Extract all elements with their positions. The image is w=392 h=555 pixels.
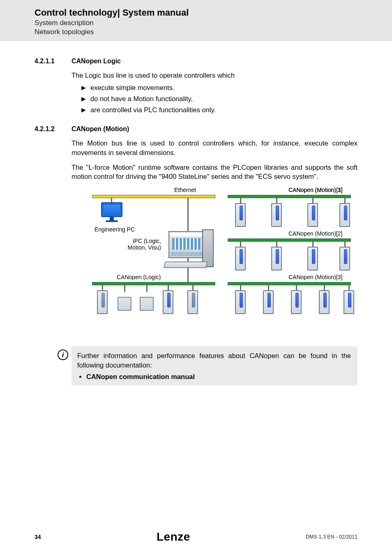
- section1-intro: The Logic bus line is used to operate co…: [71, 71, 357, 80]
- drive-icon: [339, 247, 350, 271]
- drive-icon: [339, 203, 350, 227]
- canopen-motion2-bus: [228, 238, 351, 242]
- doc-subtitle-1: System description: [35, 19, 392, 27]
- drive-icon: [235, 290, 246, 314]
- motion3-label: CANopen (Motion)[3]: [288, 274, 343, 280]
- drive-icon: [263, 290, 274, 314]
- drop-line: [168, 285, 169, 290]
- drop-line: [102, 285, 103, 290]
- drive-icon: [319, 290, 330, 314]
- drop-line: [312, 198, 314, 203]
- page-number: 34: [35, 534, 41, 540]
- drop-line: [111, 198, 112, 202]
- module-icon: [97, 290, 108, 314]
- info-list-item: CANopen communication manual: [86, 373, 351, 381]
- bullet-item: are controlled via PLC functionalities o…: [81, 106, 357, 114]
- drive-icon: [307, 203, 318, 227]
- drive-icon: [271, 203, 282, 227]
- drive-icon: [291, 290, 302, 314]
- module-icon: [118, 297, 131, 311]
- drop-line: [348, 285, 350, 290]
- motion3-label: CANopen (Motion)[3]: [288, 187, 343, 193]
- drive-icon: [344, 290, 354, 314]
- section-4-2-1-1-heading: 4.2.1.1 CANopen Logic: [35, 58, 357, 65]
- ipc-icon: [164, 229, 214, 268]
- canopen-motion1-bus: [228, 195, 351, 198]
- logic-label: CANopen (Logic): [117, 274, 161, 280]
- topology-diagram: Ethernet CANopen (Motion)[1] CANopen (Mo…: [92, 187, 357, 335]
- canopen-logic-bus: [92, 282, 215, 285]
- engineering-pc-icon: [99, 202, 124, 224]
- section-number: 4.2.1.1: [35, 58, 71, 65]
- drop-line: [344, 198, 346, 203]
- drop-line: [240, 285, 241, 290]
- ethernet-bus: [92, 195, 215, 198]
- doc-version: DMS 1.3 EN - 02/2011: [306, 534, 357, 540]
- drop-line: [146, 285, 148, 292]
- section-4-2-1-2-heading: 4.2.1.2 CANopen (Motion): [35, 125, 357, 133]
- canopen-motion3-bus: [228, 282, 351, 285]
- drop-line: [276, 242, 277, 247]
- ethernet-label: Ethernet: [174, 187, 196, 193]
- section1-bullets: execute simple movements. do not have a …: [81, 84, 357, 114]
- ipc-label: IPC (Logic, Motion, Visu): [117, 238, 161, 251]
- drop-line: [324, 285, 325, 290]
- drop-line: [344, 242, 346, 247]
- drop-line: [240, 242, 241, 247]
- drive-icon: [235, 203, 246, 227]
- drop-line: [296, 285, 297, 290]
- page-header: Control technology| System manual System…: [0, 0, 392, 41]
- page-footer: 34 Lenze DMS 1.3 EN - 02/2011: [0, 530, 392, 543]
- section-title: CANopen Logic: [71, 58, 121, 65]
- section2-p1: The Motion bus line is used to control c…: [71, 139, 357, 157]
- info-note: i Further information and performance fe…: [71, 346, 357, 386]
- doc-subtitle-2: Network topologies: [35, 28, 392, 36]
- drop-line: [124, 285, 125, 292]
- drop-line: [240, 198, 241, 203]
- info-text: Further information and performance feat…: [77, 351, 351, 370]
- drive-icon: [307, 247, 318, 271]
- module-icon: [140, 297, 154, 311]
- engpc-label: Engineering PC: [95, 226, 135, 233]
- bullet-item: do not have a Motion functionality,: [81, 95, 357, 103]
- drop-line: [268, 285, 269, 290]
- drive-icon: [271, 247, 282, 271]
- drop-line: [192, 285, 194, 290]
- info-icon: i: [58, 349, 68, 360]
- drive-icon: [163, 290, 173, 314]
- section2-p2: The "L-force Motion" runtime software co…: [71, 163, 357, 181]
- brand-logo: Lenze: [157, 530, 190, 543]
- drop-line: [312, 242, 314, 247]
- section-title: CANopen (Motion): [71, 125, 129, 133]
- drop-line: [276, 198, 277, 203]
- section-number: 4.2.1.2: [35, 125, 71, 133]
- doc-title: Control technology| System manual: [35, 7, 392, 18]
- bullet-item: execute simple movements.: [81, 84, 357, 92]
- drive-icon: [235, 247, 246, 271]
- module-icon: [187, 290, 198, 314]
- motion2-label: CANopen (Motion)[2]: [288, 230, 343, 237]
